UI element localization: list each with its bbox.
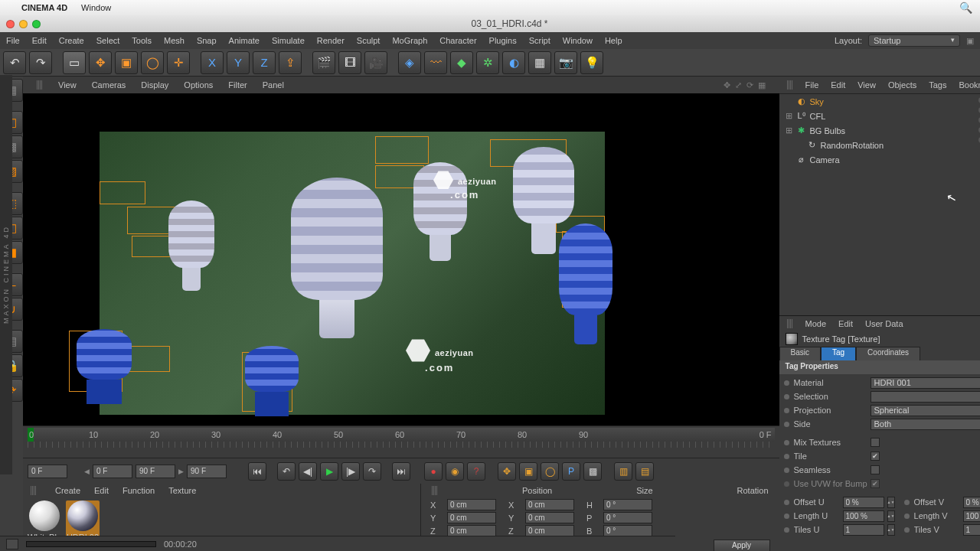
om-menu-objects[interactable]: Objects	[888, 80, 916, 90]
deformer-button[interactable]: ✲	[476, 51, 499, 74]
timeline-button[interactable]: ▤	[635, 462, 654, 481]
menu-plugins[interactable]: Plugins	[489, 36, 517, 45]
om-menu-bookmarks[interactable]: Bookmarks	[959, 80, 980, 90]
selection-field[interactable]	[871, 391, 980, 403]
next-frame-button[interactable]: |▶	[341, 462, 360, 481]
scale-tool[interactable]: ▣	[115, 51, 138, 74]
projection-select[interactable]: Spherical	[871, 405, 980, 416]
mat-menu-edit[interactable]: Edit	[94, 486, 109, 495]
menu-help[interactable]: Help	[605, 36, 622, 45]
current-frame-field[interactable]	[28, 465, 67, 478]
menu-file[interactable]: File	[6, 36, 20, 45]
primitive-cube-button[interactable]: ◈	[398, 51, 421, 74]
drag-handle-icon[interactable]	[37, 80, 43, 90]
vp-menu-cameras[interactable]: Cameras	[92, 80, 126, 90]
vp-menu-display[interactable]: Display	[141, 80, 168, 90]
axis-x-toggle[interactable]: X	[201, 51, 224, 74]
mat-menu-function[interactable]: Function	[122, 486, 155, 495]
select-tool[interactable]: ▭	[63, 51, 86, 74]
coord-apply-button[interactable]: Apply	[714, 540, 770, 551]
mix-textures-checkbox[interactable]	[871, 438, 880, 447]
scale-key-toggle[interactable]: ▣	[519, 462, 537, 481]
render-region-button[interactable]: 🎞	[338, 51, 361, 74]
object-row-cfl[interactable]: ⊞L⁰CFL	[779, 109, 980, 123]
offset-u-field[interactable]	[843, 497, 884, 508]
next-key-button[interactable]: ↷	[363, 462, 381, 481]
pos-x-field[interactable]	[447, 499, 496, 510]
zoom-button[interactable]	[32, 20, 41, 28]
layout-save-icon[interactable]: ▣	[966, 36, 974, 46]
vp-menu-view[interactable]: View	[58, 80, 77, 90]
menu-script[interactable]: Script	[529, 36, 550, 45]
render-settings-button[interactable]: 🎥	[364, 51, 387, 74]
timeline-ruler[interactable]: 0 10 20 30 40 50 60 70 80 90 0 F	[28, 428, 775, 442]
menu-sculpt[interactable]: Sculpt	[357, 36, 381, 45]
play-button[interactable]: ▶	[320, 462, 338, 481]
record-button[interactable]: ●	[424, 462, 443, 481]
axis-y-toggle[interactable]: Y	[227, 51, 250, 74]
om-menu-tags[interactable]: Tags	[929, 80, 946, 90]
om-menu-view[interactable]: View	[858, 80, 876, 90]
menu-tools[interactable]: Tools	[132, 36, 152, 45]
keyframe-sel-button[interactable]: ?	[467, 462, 485, 481]
rot-b-field[interactable]	[603, 525, 652, 536]
environment-button[interactable]: ◐	[502, 51, 525, 74]
undo-button[interactable]: ↶	[3, 51, 26, 74]
mat-menu-create[interactable]: Create	[55, 486, 80, 495]
vp-rotate-icon[interactable]: ⟳	[746, 80, 753, 90]
viewport[interactable]: aeziyuan .com aeziyuan .com	[23, 93, 779, 425]
pos-key-toggle[interactable]: ✥	[498, 462, 516, 481]
drag-handle-icon[interactable]	[432, 486, 438, 495]
menu-window[interactable]: Window	[563, 36, 593, 45]
vp-menu-panel[interactable]: Panel	[263, 80, 284, 90]
pos-z-field[interactable]	[447, 525, 496, 536]
rot-h-field[interactable]	[603, 499, 652, 510]
side-select[interactable]: Both	[871, 419, 980, 430]
attr-menu-userdata[interactable]: User Data	[865, 319, 903, 328]
go-start-button[interactable]: ⏮	[248, 462, 266, 481]
menu-create[interactable]: Create	[59, 36, 84, 45]
om-menu-file[interactable]: File	[805, 80, 819, 90]
mat-menu-texture[interactable]: Texture	[168, 486, 196, 495]
object-row-bgbulbs[interactable]: ⊞✱BG Bulbs	[779, 123, 980, 138]
prev-key-button[interactable]: ↶	[277, 462, 296, 481]
camera-button[interactable]: ▦	[528, 51, 551, 74]
vp-layout-icon[interactable]: ▦	[758, 80, 766, 90]
menu-snap[interactable]: Snap	[197, 36, 217, 45]
rotate-tool[interactable]: ◯	[141, 51, 164, 74]
tile-checkbox[interactable]: ✔	[871, 452, 880, 461]
render-view-button[interactable]: 🎬	[312, 51, 335, 74]
prev-frame-button[interactable]: ◀|	[299, 462, 317, 481]
vp-zoom-icon[interactable]: ⤢	[735, 80, 742, 90]
light-button[interactable]: 📷	[554, 51, 577, 74]
vp-menu-options[interactable]: Options	[184, 80, 213, 90]
vp-pan-icon[interactable]: ✥	[724, 80, 730, 90]
generator-button[interactable]: ◆	[450, 51, 473, 74]
tab-tag[interactable]: Tag	[821, 347, 856, 360]
pla-key-toggle[interactable]: ▩	[583, 462, 602, 481]
spotlight-icon[interactable]: 🔍	[959, 2, 972, 14]
attr-menu-edit[interactable]: Edit	[838, 319, 853, 328]
tab-basic[interactable]: Basic	[779, 347, 821, 360]
object-row-camera[interactable]: ⌀Camera	[779, 152, 980, 167]
param-key-toggle[interactable]: P	[562, 462, 580, 481]
rot-p-field[interactable]	[603, 512, 652, 523]
redo-button[interactable]: ↷	[29, 51, 52, 74]
attr-menu-mode[interactable]: Mode	[805, 319, 827, 328]
tiles-v-field[interactable]	[963, 524, 980, 536]
offset-v-field[interactable]	[963, 497, 980, 508]
drag-handle-icon[interactable]	[787, 80, 793, 90]
size-y-field[interactable]	[525, 512, 574, 523]
rot-key-toggle[interactable]: ◯	[541, 462, 559, 481]
drag-handle-icon[interactable]	[31, 486, 37, 495]
object-manager[interactable]: ✔ ✔ ◐Sky ⊞L⁰CFL ⊞✱BG Bulbs ↻RandomRotati…	[779, 93, 980, 315]
last-tool[interactable]: ✛	[167, 51, 190, 74]
vp-menu-filter[interactable]: Filter	[228, 80, 247, 90]
spline-button[interactable]: 〰	[424, 51, 447, 74]
menu-mesh[interactable]: Mesh	[164, 36, 185, 45]
bulb-button[interactable]: 💡	[580, 51, 603, 74]
range-end-field[interactable]	[136, 465, 175, 478]
status-button[interactable]	[6, 539, 18, 549]
autokey-button[interactable]: ◉	[446, 462, 464, 481]
size-z-field[interactable]	[525, 525, 574, 536]
